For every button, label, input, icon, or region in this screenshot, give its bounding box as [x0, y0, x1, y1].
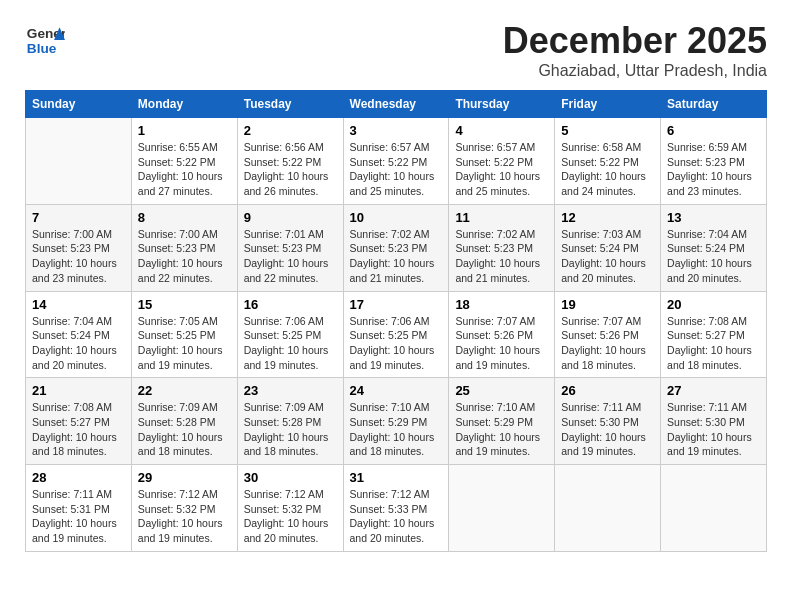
- calendar-week-5: 28Sunrise: 7:11 AM Sunset: 5:31 PM Dayli…: [26, 465, 767, 552]
- header: General Blue December 2025 Ghaziabad, Ut…: [25, 20, 767, 80]
- calendar-cell: 26Sunrise: 7:11 AM Sunset: 5:30 PM Dayli…: [555, 378, 661, 465]
- day-info: Sunrise: 7:03 AM Sunset: 5:24 PM Dayligh…: [561, 227, 654, 286]
- calendar-cell: 12Sunrise: 7:03 AM Sunset: 5:24 PM Dayli…: [555, 204, 661, 291]
- calendar-cell: 14Sunrise: 7:04 AM Sunset: 5:24 PM Dayli…: [26, 291, 132, 378]
- header-day-monday: Monday: [131, 91, 237, 118]
- calendar-body: 1Sunrise: 6:55 AM Sunset: 5:22 PM Daylig…: [26, 118, 767, 552]
- calendar-cell: 8Sunrise: 7:00 AM Sunset: 5:23 PM Daylig…: [131, 204, 237, 291]
- calendar-cell: 11Sunrise: 7:02 AM Sunset: 5:23 PM Dayli…: [449, 204, 555, 291]
- day-number: 5: [561, 123, 654, 138]
- day-number: 27: [667, 383, 760, 398]
- calendar-week-3: 14Sunrise: 7:04 AM Sunset: 5:24 PM Dayli…: [26, 291, 767, 378]
- day-number: 30: [244, 470, 337, 485]
- calendar-cell: 10Sunrise: 7:02 AM Sunset: 5:23 PM Dayli…: [343, 204, 449, 291]
- calendar-cell: 7Sunrise: 7:00 AM Sunset: 5:23 PM Daylig…: [26, 204, 132, 291]
- day-info: Sunrise: 7:02 AM Sunset: 5:23 PM Dayligh…: [455, 227, 548, 286]
- day-info: Sunrise: 7:10 AM Sunset: 5:29 PM Dayligh…: [455, 400, 548, 459]
- month-title: December 2025: [503, 20, 767, 62]
- day-info: Sunrise: 7:07 AM Sunset: 5:26 PM Dayligh…: [561, 314, 654, 373]
- calendar-cell: 22Sunrise: 7:09 AM Sunset: 5:28 PM Dayli…: [131, 378, 237, 465]
- calendar-cell: 27Sunrise: 7:11 AM Sunset: 5:30 PM Dayli…: [661, 378, 767, 465]
- calendar-cell: [449, 465, 555, 552]
- day-info: Sunrise: 7:08 AM Sunset: 5:27 PM Dayligh…: [667, 314, 760, 373]
- day-number: 6: [667, 123, 760, 138]
- day-number: 10: [350, 210, 443, 225]
- day-info: Sunrise: 7:11 AM Sunset: 5:30 PM Dayligh…: [561, 400, 654, 459]
- day-info: Sunrise: 7:11 AM Sunset: 5:30 PM Dayligh…: [667, 400, 760, 459]
- calendar-cell: 1Sunrise: 6:55 AM Sunset: 5:22 PM Daylig…: [131, 118, 237, 205]
- location-title: Ghaziabad, Uttar Pradesh, India: [503, 62, 767, 80]
- day-info: Sunrise: 7:11 AM Sunset: 5:31 PM Dayligh…: [32, 487, 125, 546]
- calendar-cell: 5Sunrise: 6:58 AM Sunset: 5:22 PM Daylig…: [555, 118, 661, 205]
- header-day-thursday: Thursday: [449, 91, 555, 118]
- day-number: 19: [561, 297, 654, 312]
- day-info: Sunrise: 7:01 AM Sunset: 5:23 PM Dayligh…: [244, 227, 337, 286]
- day-info: Sunrise: 7:02 AM Sunset: 5:23 PM Dayligh…: [350, 227, 443, 286]
- calendar-cell: [661, 465, 767, 552]
- day-info: Sunrise: 6:56 AM Sunset: 5:22 PM Dayligh…: [244, 140, 337, 199]
- header-day-friday: Friday: [555, 91, 661, 118]
- day-info: Sunrise: 6:57 AM Sunset: 5:22 PM Dayligh…: [455, 140, 548, 199]
- day-info: Sunrise: 7:07 AM Sunset: 5:26 PM Dayligh…: [455, 314, 548, 373]
- day-number: 7: [32, 210, 125, 225]
- calendar-cell: 15Sunrise: 7:05 AM Sunset: 5:25 PM Dayli…: [131, 291, 237, 378]
- day-number: 4: [455, 123, 548, 138]
- calendar-week-2: 7Sunrise: 7:00 AM Sunset: 5:23 PM Daylig…: [26, 204, 767, 291]
- logo-icon: General Blue: [25, 20, 65, 64]
- day-info: Sunrise: 7:00 AM Sunset: 5:23 PM Dayligh…: [32, 227, 125, 286]
- calendar-cell: 9Sunrise: 7:01 AM Sunset: 5:23 PM Daylig…: [237, 204, 343, 291]
- calendar-cell: 18Sunrise: 7:07 AM Sunset: 5:26 PM Dayli…: [449, 291, 555, 378]
- calendar-cell: 31Sunrise: 7:12 AM Sunset: 5:33 PM Dayli…: [343, 465, 449, 552]
- day-number: 26: [561, 383, 654, 398]
- day-number: 31: [350, 470, 443, 485]
- calendar-cell: 19Sunrise: 7:07 AM Sunset: 5:26 PM Dayli…: [555, 291, 661, 378]
- day-number: 17: [350, 297, 443, 312]
- logo: General Blue: [25, 20, 69, 64]
- calendar-cell: 3Sunrise: 6:57 AM Sunset: 5:22 PM Daylig…: [343, 118, 449, 205]
- calendar-cell: 17Sunrise: 7:06 AM Sunset: 5:25 PM Dayli…: [343, 291, 449, 378]
- day-info: Sunrise: 7:12 AM Sunset: 5:32 PM Dayligh…: [138, 487, 231, 546]
- day-info: Sunrise: 7:06 AM Sunset: 5:25 PM Dayligh…: [244, 314, 337, 373]
- header-day-wednesday: Wednesday: [343, 91, 449, 118]
- day-info: Sunrise: 7:12 AM Sunset: 5:32 PM Dayligh…: [244, 487, 337, 546]
- calendar-table: SundayMondayTuesdayWednesdayThursdayFrid…: [25, 90, 767, 552]
- day-info: Sunrise: 7:10 AM Sunset: 5:29 PM Dayligh…: [350, 400, 443, 459]
- day-number: 15: [138, 297, 231, 312]
- day-number: 1: [138, 123, 231, 138]
- day-info: Sunrise: 7:04 AM Sunset: 5:24 PM Dayligh…: [667, 227, 760, 286]
- day-number: 22: [138, 383, 231, 398]
- day-info: Sunrise: 7:05 AM Sunset: 5:25 PM Dayligh…: [138, 314, 231, 373]
- calendar-cell: 29Sunrise: 7:12 AM Sunset: 5:32 PM Dayli…: [131, 465, 237, 552]
- day-info: Sunrise: 7:04 AM Sunset: 5:24 PM Dayligh…: [32, 314, 125, 373]
- day-number: 16: [244, 297, 337, 312]
- day-number: 20: [667, 297, 760, 312]
- day-info: Sunrise: 7:00 AM Sunset: 5:23 PM Dayligh…: [138, 227, 231, 286]
- day-info: Sunrise: 6:58 AM Sunset: 5:22 PM Dayligh…: [561, 140, 654, 199]
- calendar-cell: 23Sunrise: 7:09 AM Sunset: 5:28 PM Dayli…: [237, 378, 343, 465]
- day-number: 12: [561, 210, 654, 225]
- calendar-cell: 24Sunrise: 7:10 AM Sunset: 5:29 PM Dayli…: [343, 378, 449, 465]
- day-number: 18: [455, 297, 548, 312]
- calendar-cell: 4Sunrise: 6:57 AM Sunset: 5:22 PM Daylig…: [449, 118, 555, 205]
- calendar-cell: 20Sunrise: 7:08 AM Sunset: 5:27 PM Dayli…: [661, 291, 767, 378]
- day-number: 8: [138, 210, 231, 225]
- header-day-saturday: Saturday: [661, 91, 767, 118]
- day-number: 14: [32, 297, 125, 312]
- title-section: December 2025 Ghaziabad, Uttar Pradesh, …: [503, 20, 767, 80]
- calendar-cell: 30Sunrise: 7:12 AM Sunset: 5:32 PM Dayli…: [237, 465, 343, 552]
- header-day-sunday: Sunday: [26, 91, 132, 118]
- calendar-cell: 2Sunrise: 6:56 AM Sunset: 5:22 PM Daylig…: [237, 118, 343, 205]
- day-number: 21: [32, 383, 125, 398]
- day-info: Sunrise: 7:12 AM Sunset: 5:33 PM Dayligh…: [350, 487, 443, 546]
- day-info: Sunrise: 6:55 AM Sunset: 5:22 PM Dayligh…: [138, 140, 231, 199]
- day-number: 2: [244, 123, 337, 138]
- day-info: Sunrise: 7:08 AM Sunset: 5:27 PM Dayligh…: [32, 400, 125, 459]
- day-info: Sunrise: 6:57 AM Sunset: 5:22 PM Dayligh…: [350, 140, 443, 199]
- day-number: 28: [32, 470, 125, 485]
- day-number: 24: [350, 383, 443, 398]
- day-info: Sunrise: 7:06 AM Sunset: 5:25 PM Dayligh…: [350, 314, 443, 373]
- calendar-header-row: SundayMondayTuesdayWednesdayThursdayFrid…: [26, 91, 767, 118]
- calendar-week-1: 1Sunrise: 6:55 AM Sunset: 5:22 PM Daylig…: [26, 118, 767, 205]
- calendar-cell: 6Sunrise: 6:59 AM Sunset: 5:23 PM Daylig…: [661, 118, 767, 205]
- day-info: Sunrise: 6:59 AM Sunset: 5:23 PM Dayligh…: [667, 140, 760, 199]
